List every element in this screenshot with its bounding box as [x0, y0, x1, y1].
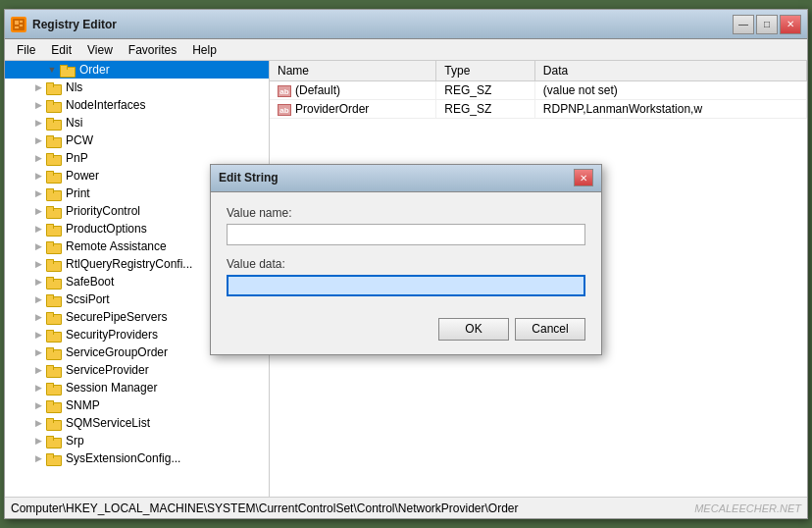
- tree-item-label: SQMServiceList: [66, 416, 150, 430]
- tree-expander[interactable]: ▶: [32, 276, 44, 288]
- tree-expander[interactable]: ▶: [32, 311, 44, 323]
- registry-table: Name Type Data ab(Default)REG_SZ(value n…: [270, 61, 807, 119]
- tree-item-label: Print: [66, 186, 90, 200]
- col-name: Name: [270, 61, 436, 81]
- tree-item-label: PriorityControl: [66, 204, 140, 218]
- folder-icon: [46, 258, 62, 270]
- menu-item-help[interactable]: Help: [184, 41, 225, 59]
- tree-expander[interactable]: ▶: [32, 399, 44, 411]
- reg-type-icon: ab: [278, 85, 291, 97]
- tree-item-label: SafeBoot: [66, 275, 114, 289]
- tree-item-label: SysExtensionConfig...: [66, 451, 180, 465]
- menu-item-edit[interactable]: Edit: [43, 41, 79, 59]
- main-wrapper: ▼Order▶Nls▶NodeInterfaces▶Nsi▶PCW▶PnP▶Po…: [5, 61, 807, 497]
- tree-item-label: SecurityProviders: [66, 328, 158, 342]
- tree-item-label: PCW: [66, 133, 93, 147]
- cell-type: REG_SZ: [436, 81, 535, 100]
- tree-expander[interactable]: ▶: [32, 240, 44, 252]
- value-name-input[interactable]: [227, 224, 585, 245]
- folder-icon: [46, 223, 62, 235]
- tree-expander[interactable]: ▶: [32, 223, 44, 235]
- tree-item[interactable]: ▶SysExtensionConfig...: [5, 449, 269, 467]
- ok-button[interactable]: OK: [438, 318, 509, 341]
- tree-item[interactable]: ▶ServiceProvider: [5, 361, 269, 379]
- cell-name: abProviderOrder: [270, 100, 436, 119]
- tree-expander[interactable]: ▶: [32, 117, 44, 129]
- registry-editor-window: Registry Editor — □ ✕ FileEditViewFavori…: [4, 9, 808, 519]
- tree-item-label: NodeInterfaces: [66, 98, 145, 112]
- tree-expander[interactable]: ▶: [32, 81, 44, 93]
- table-row[interactable]: ab(Default)REG_SZ(value not set): [270, 81, 807, 100]
- tree-item-label: RtlQueryRegistryConfi...: [66, 257, 192, 271]
- tree-item[interactable]: ▼Order: [5, 61, 269, 79]
- tree-expander[interactable]: ▶: [32, 258, 44, 270]
- tree-item[interactable]: ▶Srp: [5, 432, 269, 449]
- dialog-close-button[interactable]: ✕: [574, 169, 593, 186]
- tree-expander[interactable]: ▶: [32, 152, 44, 164]
- tree-item[interactable]: ▶PCW: [5, 132, 269, 149]
- tree-item[interactable]: ▶SNMP: [5, 396, 269, 414]
- menu-item-view[interactable]: View: [79, 41, 121, 59]
- folder-icon: [46, 170, 62, 182]
- tree-item[interactable]: ▶Nls: [5, 79, 269, 96]
- dialog-title-text: Edit String: [219, 171, 574, 185]
- tree-item-label: PnP: [66, 151, 88, 165]
- close-button[interactable]: ✕: [780, 15, 801, 34]
- folder-icon: [46, 435, 62, 447]
- tree-item-label: Srp: [66, 434, 84, 448]
- tree-expander[interactable]: ▶: [32, 417, 44, 429]
- value-name-label: Value name:: [227, 206, 585, 220]
- cell-data: RDPNP,LanmanWorkstation,w: [534, 100, 806, 119]
- tree-item[interactable]: ▶SQMServiceList: [5, 414, 269, 432]
- tree-expander[interactable]: ▶: [32, 205, 44, 217]
- status-text: Computer\HKEY_LOCAL_MACHINE\SYSTEM\Curre…: [11, 502, 519, 515]
- folder-icon: [46, 81, 62, 93]
- tree-item-label: Session Manager: [66, 381, 157, 395]
- tree-expander[interactable]: ▶: [32, 170, 44, 182]
- dialog-body: Value name: Value data: OK Cancel: [211, 192, 601, 354]
- col-type: Type: [436, 61, 535, 81]
- menu-item-favorites[interactable]: Favorites: [121, 41, 184, 59]
- table-row[interactable]: abProviderOrderREG_SZRDPNP,LanmanWorksta…: [270, 100, 807, 119]
- tree-item-label: SNMP: [66, 398, 100, 412]
- tree-expander[interactable]: ▶: [32, 99, 44, 111]
- app-icon: [11, 17, 26, 32]
- folder-icon: [46, 399, 62, 411]
- tree-expander[interactable]: ▶: [32, 435, 44, 447]
- watermark: MECALEECHER.NET: [694, 502, 801, 514]
- tree-item-label: ServiceProvider: [66, 363, 149, 377]
- tree-expander[interactable]: ▶: [32, 364, 44, 376]
- maximize-button[interactable]: □: [756, 15, 778, 34]
- tree-expander[interactable]: ▶: [32, 134, 44, 146]
- tree-item[interactable]: ▶Nsi: [5, 114, 269, 132]
- dialog-buttons: OK Cancel: [227, 318, 585, 341]
- menu-bar: FileEditViewFavoritesHelp: [5, 39, 807, 61]
- window-controls: — □ ✕: [733, 15, 801, 34]
- tree-item[interactable]: ▶NodeInterfaces: [5, 96, 269, 114]
- tree-expander[interactable]: ▶: [32, 187, 44, 199]
- tree-expander[interactable]: ▼: [46, 64, 58, 76]
- folder-icon: [46, 152, 62, 164]
- tree-expander[interactable]: ▶: [32, 329, 44, 341]
- tree-item[interactable]: ▶Session Manager: [5, 379, 269, 396]
- tree-expander[interactable]: ▶: [32, 293, 44, 305]
- folder-icon: [46, 346, 62, 358]
- folder-icon: [46, 134, 62, 146]
- svg-rect-3: [20, 25, 23, 26]
- tree-expander[interactable]: ▶: [32, 382, 44, 394]
- cell-data: (value not set): [534, 81, 806, 100]
- folder-icon: [46, 276, 62, 288]
- value-data-input[interactable]: [227, 275, 585, 296]
- tree-expander[interactable]: ▶: [32, 452, 44, 464]
- tree-item-label: ServiceGroupOrder: [66, 345, 168, 359]
- folder-icon: [46, 240, 62, 252]
- minimize-button[interactable]: —: [733, 15, 754, 34]
- folder-icon: [46, 293, 62, 305]
- svg-rect-1: [15, 21, 19, 25]
- tree-expander[interactable]: ▶: [32, 346, 44, 358]
- menu-item-file[interactable]: File: [9, 41, 43, 59]
- tree-item-label: Remote Assistance: [66, 239, 167, 253]
- cancel-button[interactable]: Cancel: [515, 318, 585, 341]
- folder-icon: [60, 64, 76, 76]
- title-bar: Registry Editor — □ ✕: [5, 10, 807, 39]
